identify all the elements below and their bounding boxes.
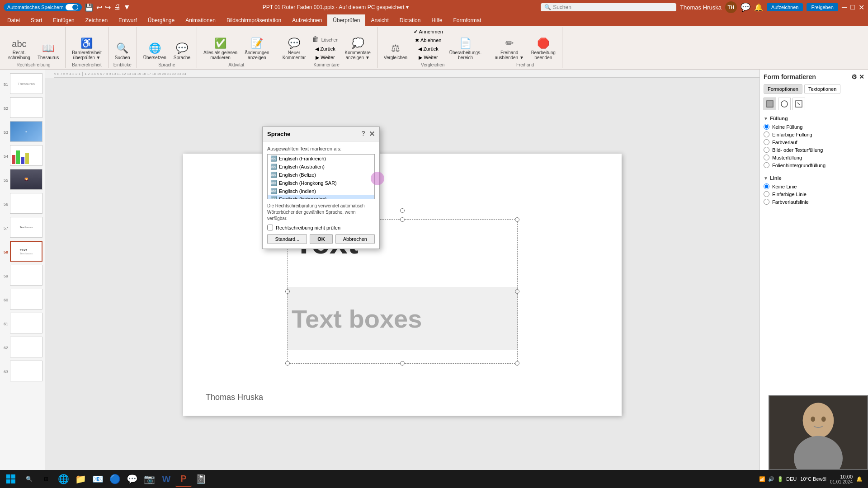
radio-folienhintergrund-input[interactable] [764,162,769,168]
share-button[interactable]: Aufzeichnen [767,3,803,11]
taskbar-powerpoint[interactable]: P [175,471,192,487]
slide-thumb-53[interactable]: ≡ [10,121,42,142]
panel-close-icon[interactable]: ✕ [859,73,864,80]
vergleichen-button[interactable]: ⚖ Vergleichen [381,41,410,61]
zurueck2-button[interactable]: ◀ Zurück [412,45,445,53]
tab-entwurf[interactable]: Entwurf [113,14,142,26]
handle-br[interactable] [515,361,519,366]
radio-musterfuellung-input[interactable] [764,155,769,160]
taskbar-wifi-icon[interactable]: 📶 [759,476,765,482]
taskbar-mail[interactable]: 📧 [90,471,106,487]
freihand-button[interactable]: ✏ Freihandausblenden ▼ [492,36,526,61]
rechtschreibung-button[interactable]: abc Recht-schreibung [5,38,33,61]
barrierefreiheit-button[interactable]: ♿ Barrierefreiheitüberprüfen ▼ [69,36,104,61]
tab-einfuegen[interactable]: Einfügen [47,14,80,26]
slide-thumb-56[interactable] [10,193,42,214]
autosave-toggle[interactable]: Automatisches Speichern [4,3,82,11]
neuer-kommentar-button[interactable]: 💬 NeuerKommentar [280,36,309,61]
tab-zeichnen[interactable]: Zeichnen [80,14,113,26]
no-spellcheck-checkbox[interactable] [267,225,273,230]
tab-animationen[interactable]: Animationen [180,14,221,26]
rotate-handle[interactable] [400,208,405,213]
taskbar-volume-icon[interactable]: 🔊 [768,476,774,482]
radio-keine-fuellung[interactable]: Keine Füllung [764,123,864,131]
slide-thumb-54[interactable] [10,145,42,166]
tab-dictation[interactable]: Dictation [394,14,426,26]
taskbar-onenote[interactable]: 📓 [193,471,209,487]
radio-einfarbige-linie[interactable]: Einfarbige Linie [764,190,864,198]
radio-farbverlaufslinie[interactable]: Farbverlaufslinie [764,198,864,206]
linie-section-title[interactable]: ▼ Linie [764,174,864,183]
uebersetzen-button[interactable]: 🌐 Übersetzen [141,41,169,61]
radio-musterfuellung[interactable]: Musterfüllung [764,154,864,161]
slide-text-sub-box[interactable]: Text boxes [287,287,518,350]
taskbar-battery-icon[interactable]: 🔋 [777,476,783,482]
radio-keine-linie-input[interactable] [764,183,769,189]
radio-keine-linie[interactable]: Keine Linie [764,183,864,190]
autosave-switch[interactable] [66,4,78,10]
radio-einfarbige-linie-input[interactable] [764,191,769,197]
tab-ueberpruefen[interactable]: Überprüfen [327,14,365,26]
thesaurus-button[interactable]: 📖 Thesaurus [35,41,61,61]
taskbar-word[interactable]: W [158,471,175,487]
canvas-area[interactable]: Text Text boxes Thomas Hruska [45,78,760,488]
slide-thumb-57[interactable]: Text boxes [10,217,42,238]
radio-farbverlaufslinie-input[interactable] [764,199,769,205]
lang-englisch-frankreich[interactable]: 🔤 Englisch (Frankreich) [268,155,374,163]
dialog-close-button[interactable]: ✕ [369,130,375,138]
radio-einfarbige-fuellung[interactable]: Einfarbige Füllung [764,131,864,138]
radio-folienhintergrund[interactable]: Folienhintergrundfüllung [764,161,864,169]
radio-bild-textur[interactable]: Bild- oder Texturfüllung [764,146,864,154]
handle-tr[interactable] [515,217,519,222]
aenderungen-button[interactable]: 📝 Änderungenanzeigen [242,36,272,61]
radio-keine-fuellung-input[interactable] [764,124,769,130]
loeschen-button[interactable]: 🗑 Löschen [310,34,340,44]
weiter-button[interactable]: ▶ Weiter [310,54,340,61]
taskbar-chrome[interactable]: 🔵 [107,471,123,487]
sprache-button[interactable]: 💬 Sprache [171,41,193,61]
taskbar-teams[interactable]: 💬 [124,471,140,487]
outline-icon[interactable] [778,98,791,110]
lang-englisch-indien[interactable]: 🔤 Englisch (Indien) [268,187,374,195]
search-input[interactable] [553,4,673,10]
tab-uebergaenge[interactable]: Übergänge [142,14,180,26]
radio-bild-textur-input[interactable] [764,147,769,153]
minimize-button[interactable]: ─ [842,3,847,11]
alles-gelesen-button[interactable]: ✅ Alles als gelesenmarkieren [201,36,240,61]
standard-button[interactable]: Standard... [267,234,307,244]
slide-thumb-52[interactable] [10,97,42,118]
slide-thumb-55[interactable]: 🌄 [10,169,42,190]
linie-expand-icon[interactable]: ▼ [764,176,768,181]
fill-icon[interactable] [764,98,776,110]
taskbar-edge[interactable]: 🌐 [55,471,71,487]
taskbar-notification[interactable]: 🔔 [856,476,863,482]
taskbar-photos[interactable]: 📷 [141,471,157,487]
radio-farbverlauf[interactable]: Farbverlauf [764,138,864,146]
cancel-button[interactable]: Abbrechen [335,234,375,244]
weiter2-button[interactable]: ▶ Weiter [412,54,445,61]
taskbar-search[interactable]: 🔍 [21,471,37,487]
tab-formformat[interactable]: Formformat [448,14,486,26]
language-list[interactable]: 🔤 Englisch (Frankreich) 🔤 Englisch (Aust… [267,154,375,199]
no-spellcheck-label[interactable]: Rechtschreibung nicht prüfen [276,225,340,230]
taskbar-explorer[interactable]: 📁 [72,471,89,487]
save-icon[interactable]: 💾 [85,3,94,12]
tab-datei[interactable]: Datei [2,14,25,26]
slide-thumb-61[interactable] [10,313,42,333]
freigeben-button[interactable]: Freigeben [807,3,838,11]
search-bar[interactable]: 🔍 [541,3,676,11]
handle-bl[interactable] [285,361,290,366]
handle-tm[interactable] [400,217,405,222]
effects-icon[interactable] [793,98,805,110]
dialog-help-button[interactable]: ? [361,130,365,138]
fuellung-expand-icon[interactable]: ▼ [764,116,768,121]
ablehnen-button[interactable]: ✖ Ablehnen [412,37,445,44]
ok-button[interactable]: OK [310,234,333,244]
tab-bildschirm[interactable]: Bildschirmpräsentation [221,14,287,26]
tab-start[interactable]: Start [25,14,47,26]
tab-textoptionen[interactable]: Textoptionen [804,84,840,94]
slide-thumb-59[interactable] [10,265,42,286]
tab-aufzeichnen[interactable]: Aufzeichnen [287,14,327,26]
radio-einfarbige-fuellung-input[interactable] [764,131,769,137]
ueberarbeitungsbereich-button[interactable]: 📄 Überarbeitungs-bereich [447,36,485,61]
